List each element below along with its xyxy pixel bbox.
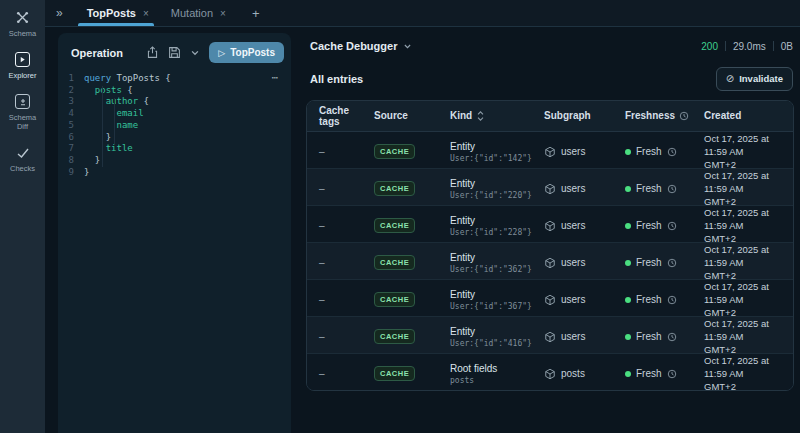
freshness-label: Fresh: [636, 294, 662, 305]
source-cell: CACHE: [374, 255, 444, 270]
status-code: 200: [701, 41, 718, 52]
subgraph-cell: users: [544, 331, 619, 343]
new-tab-button[interactable]: +: [252, 6, 260, 21]
line-number: 3: [64, 96, 84, 108]
subgraph-cell: users: [544, 294, 619, 306]
code-line[interactable]: 8 }: [64, 155, 291, 167]
freshness-label: Fresh: [636, 331, 662, 342]
source-cell: CACHE: [374, 144, 444, 159]
tab-mutation[interactable]: Mutation ×: [160, 0, 237, 26]
kind-cell: Root fields posts: [450, 363, 538, 385]
kind-key: User:{"id":"142"}: [450, 154, 538, 163]
editor-options-icon[interactable]: ⋯: [271, 72, 279, 84]
cache-debugger-dropdown[interactable]: Cache Debugger: [310, 40, 412, 52]
kind-title: Entity: [450, 252, 538, 263]
sidebar-item-checks[interactable]: Checks: [0, 144, 45, 173]
chevron-down-icon[interactable]: [190, 48, 200, 58]
entries-toolbar: All entries ⊘ Invalidate: [310, 66, 793, 91]
code-line[interactable]: 6 }: [64, 132, 291, 144]
code-line[interactable]: 4 email: [64, 108, 291, 120]
line-number: 8: [64, 155, 84, 167]
sort-icon[interactable]: [476, 111, 485, 121]
subgraph-name: posts: [561, 368, 585, 379]
kind-key: User:{"id":"416"}: [450, 339, 538, 348]
check-icon: [16, 144, 30, 161]
subgraph-name: users: [561, 331, 585, 342]
source-cell: CACHE: [374, 181, 444, 196]
cache-source-badge: CACHE: [374, 218, 415, 233]
expand-sidebar-icon[interactable]: »: [56, 6, 63, 20]
line-number: 4: [64, 108, 84, 120]
close-icon[interactable]: ×: [143, 8, 149, 19]
cache-debugger-header: Cache Debugger 200 29.0ms 0B: [310, 40, 793, 52]
section-title: All entries: [310, 73, 363, 85]
table-row[interactable]: – CACHE Entity User:{"id":"228"} users F…: [307, 206, 793, 243]
table-row[interactable]: – CACHE Entity User:{"id":"220"} users F…: [307, 169, 793, 206]
cube-icon: [544, 183, 556, 195]
sidebar-item-label: Schema: [9, 29, 37, 38]
created-cell: Oct 17, 2025 at 11:59 AM GMT+2: [704, 317, 785, 356]
created-cell: Oct 17, 2025 at 11:59 AM GMT+2: [704, 354, 785, 391]
freshness-label: Fresh: [636, 183, 662, 194]
code-editor[interactable]: 1query TopPosts {2 posts {3 author {4 em…: [58, 73, 291, 178]
cube-icon: [544, 257, 556, 269]
clock-icon: [679, 111, 689, 121]
code-line[interactable]: 9}: [64, 167, 291, 179]
column-header-cache-tags[interactable]: Cache tags: [319, 105, 368, 128]
run-operation-button[interactable]: ▷ TopPosts: [209, 42, 284, 63]
cache-tags-cell: –: [319, 368, 368, 379]
freshness-label: Fresh: [636, 146, 662, 157]
response-stats: 200 29.0ms 0B: [701, 41, 793, 52]
table-row[interactable]: – CACHE Root fields posts posts Fresh: [307, 354, 793, 391]
table-row[interactable]: – CACHE Entity User:{"id":"142"} users F…: [307, 132, 793, 169]
code-text: posts {: [84, 85, 133, 97]
clock-icon: [667, 369, 677, 379]
cache-tags-cell: –: [319, 294, 368, 305]
freshness-cell: Fresh: [625, 146, 698, 157]
fresh-dot: [625, 223, 631, 229]
column-header-source[interactable]: Source: [374, 110, 444, 122]
sidebar-item-schema-diff[interactable]: Schema Diff: [0, 93, 45, 131]
subgraph-name: users: [561, 183, 585, 194]
code-line[interactable]: 7 title: [64, 143, 291, 155]
column-header-subgraph[interactable]: Subgraph: [544, 110, 619, 122]
tab-topposts[interactable]: TopPosts ×: [76, 0, 160, 26]
kind-key: User:{"id":"220"}: [450, 191, 538, 200]
code-line[interactable]: 1query TopPosts {: [64, 73, 291, 85]
invalidate-button[interactable]: ⊘ Invalidate: [716, 67, 793, 91]
source-cell: CACHE: [374, 292, 444, 307]
column-header-kind[interactable]: Kind: [450, 110, 538, 122]
sidebar-item-explorer[interactable]: Explorer: [0, 51, 45, 80]
freshness-cell: Fresh: [625, 257, 698, 268]
code-line[interactable]: 5 name: [64, 120, 291, 132]
schema-diff-icon: [15, 93, 30, 110]
fresh-dot: [625, 149, 631, 155]
clock-icon: [667, 184, 677, 194]
invalidate-label: Invalidate: [739, 73, 783, 84]
dropdown-label: Cache Debugger: [310, 40, 397, 52]
cache-source-badge: CACHE: [374, 366, 415, 381]
code-line[interactable]: 3 author {: [64, 96, 291, 108]
kind-title: Entity: [450, 289, 538, 300]
table-row[interactable]: – CACHE Entity User:{"id":"367"} users F…: [307, 280, 793, 317]
kind-title: Entity: [450, 215, 538, 226]
column-header-freshness[interactable]: Freshness: [625, 110, 698, 122]
sidebar-item-schema[interactable]: Schema: [0, 9, 45, 38]
created-date: Oct 17, 2025 at 11:59 AM: [704, 317, 785, 343]
table-row[interactable]: – CACHE Entity User:{"id":"362"} users F…: [307, 243, 793, 280]
freshness-cell: Fresh: [625, 183, 698, 194]
code-text: author {: [84, 96, 149, 108]
freshness-label: Fresh: [636, 368, 662, 379]
operation-header: Operation ▷ TopPosts: [58, 33, 291, 68]
activity-sidebar: Schema Explorer Schema Diff Checks: [0, 0, 45, 433]
column-header-created[interactable]: Created: [704, 110, 785, 122]
save-icon[interactable]: [168, 46, 181, 59]
kind-cell: Entity User:{"id":"362"}: [450, 252, 538, 274]
code-text: title: [84, 143, 133, 155]
created-date: Oct 17, 2025 at 11:59 AM: [704, 280, 785, 306]
code-line[interactable]: 2 posts {: [64, 85, 291, 97]
table-row[interactable]: – CACHE Entity User:{"id":"416"} users F…: [307, 317, 793, 354]
share-icon[interactable]: [146, 46, 159, 59]
close-icon[interactable]: ×: [220, 8, 226, 19]
code-text: }: [84, 132, 111, 144]
